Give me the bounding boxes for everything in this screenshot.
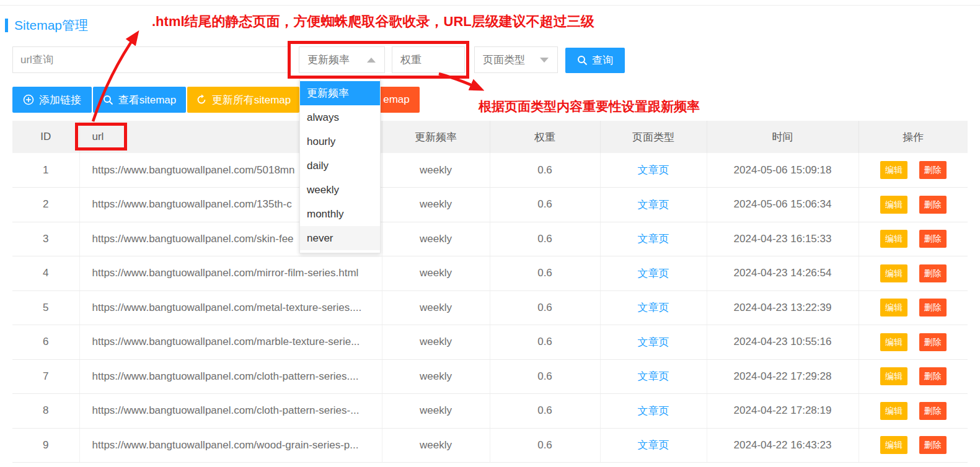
cell-actions: 编辑 删除 [859, 290, 968, 325]
search-bar: 更新频率 权重 页面类型 查询 [0, 46, 980, 73]
update-all-sitemap-button[interactable]: 更新所有sitemap [187, 87, 299, 113]
cell-page-type: 文章页 [600, 222, 707, 256]
dropdown-option[interactable]: always [300, 105, 380, 129]
page-type-link[interactable]: 文章页 [638, 405, 669, 417]
weight-select[interactable]: 权重 [392, 46, 465, 73]
page-title: Sitemap管理 [14, 17, 88, 34]
url-search-input[interactable] [12, 46, 288, 73]
cell-weight: 0.6 [490, 428, 600, 463]
cell-weight: 0.6 [490, 394, 600, 429]
cell-weight: 0.6 [490, 325, 600, 360]
edit-button[interactable]: 编辑 [880, 436, 907, 454]
delete-button[interactable]: 删除 [919, 264, 947, 282]
delete-button[interactable]: 删除 [919, 436, 947, 454]
dropdown-option[interactable]: monthly [300, 202, 380, 226]
page-type-select[interactable]: 页面类型 [474, 46, 558, 73]
refresh-icon [196, 94, 207, 105]
search-icon [103, 95, 113, 105]
dropdown-option[interactable]: hourly [300, 129, 380, 154]
cell-time: 2024-04-22 16:43:23 [707, 428, 859, 463]
edit-button[interactable]: 编辑 [880, 230, 907, 248]
edit-button[interactable]: 编辑 [880, 161, 907, 179]
dropdown-option[interactable]: 更新频率 [300, 81, 380, 105]
cell-id: 3 [12, 222, 79, 256]
delete-button[interactable]: 删除 [919, 299, 947, 316]
cell-frequency: weekly [382, 256, 490, 291]
update-frequency-select-label: 更新频率 [307, 53, 350, 67]
sitemap-table: ID url 更新频率 权重 页面类型 时间 操作 1 https://www.… [12, 121, 968, 463]
cell-actions: 编辑 删除 [859, 256, 968, 291]
update-all-sitemap-label: 更新所有sitemap [212, 93, 291, 107]
top-divider [0, 5, 980, 6]
cell-time: 2024-04-23 10:55:16 [707, 325, 859, 360]
cell-page-type: 文章页 [600, 359, 707, 394]
cell-page-type: 文章页 [600, 256, 707, 291]
dropdown-option[interactable]: weekly [300, 178, 380, 202]
query-button-label: 查询 [592, 53, 613, 68]
header-weight: 权重 [490, 121, 600, 153]
edit-button[interactable]: 编辑 [880, 299, 907, 316]
cell-id: 5 [12, 290, 79, 325]
cell-id: 2 [12, 188, 79, 222]
annotation-static-pages: .html结尾的静态页面，方便蜘蛛爬取谷歌收录，URL层级建议不超过三级 [152, 12, 594, 31]
header-page-type: 页面类型 [600, 121, 707, 153]
cell-id: 9 [12, 428, 79, 463]
cell-weight: 0.6 [490, 188, 600, 222]
cell-weight: 0.6 [490, 359, 600, 394]
edit-button[interactable]: 编辑 [880, 264, 907, 282]
update-frequency-select[interactable]: 更新频率 [299, 46, 385, 73]
table-row: 6 https://www.bangtuowallpanel.com/marbl… [12, 325, 968, 360]
chevron-up-icon [367, 58, 376, 63]
weight-select-label: 权重 [400, 53, 422, 67]
page-type-link[interactable]: 文章页 [638, 164, 669, 176]
cell-time: 2024-04-23 14:26:54 [707, 256, 859, 291]
delete-button[interactable]: 删除 [919, 196, 947, 214]
table-header-row: ID url 更新频率 权重 页面类型 时间 操作 [12, 121, 968, 153]
cell-page-type: 文章页 [600, 290, 707, 325]
delete-button[interactable]: 删除 [919, 161, 947, 179]
page-type-link[interactable]: 文章页 [638, 199, 669, 211]
add-link-button[interactable]: 添加链接 [12, 87, 92, 113]
edit-button[interactable]: 编辑 [880, 367, 907, 385]
delete-button[interactable]: 删除 [919, 230, 947, 248]
cell-time: 2024-04-23 16:15:33 [707, 222, 859, 256]
edit-button[interactable]: 编辑 [880, 333, 907, 351]
cell-page-type: 文章页 [600, 188, 707, 222]
delete-button[interactable]: 删除 [919, 333, 947, 351]
cell-frequency: weekly [382, 188, 490, 222]
partial-hidden-sitemap-label: emap [383, 94, 410, 106]
delete-button[interactable]: 删除 [919, 367, 947, 385]
page-title-block: Sitemap管理 [5, 17, 88, 34]
header-frequency: 更新频率 [382, 121, 490, 153]
dropdown-option[interactable]: never [300, 226, 380, 250]
cell-actions: 编辑 删除 [859, 325, 968, 360]
cell-frequency: weekly [382, 428, 490, 463]
page-type-link[interactable]: 文章页 [638, 302, 669, 313]
table-row: 7 https://www.bangtuowallpanel.com/cloth… [12, 359, 968, 394]
cell-weight: 0.6 [490, 256, 600, 291]
edit-button[interactable]: 编辑 [880, 196, 907, 214]
header-time: 时间 [707, 121, 859, 153]
page-type-link[interactable]: 文章页 [638, 370, 669, 382]
delete-button[interactable]: 删除 [919, 402, 947, 420]
cell-actions: 编辑 删除 [859, 153, 968, 188]
page-type-link[interactable]: 文章页 [638, 439, 669, 451]
cell-frequency: weekly [382, 222, 490, 256]
page-type-link[interactable]: 文章页 [638, 268, 669, 279]
edit-button[interactable]: 编辑 [880, 402, 907, 420]
cell-page-type: 文章页 [600, 153, 707, 188]
frequency-dropdown-panel: 更新频率alwayshourlydailyweeklymonthlynever [299, 78, 381, 253]
cell-url: https://www.bangtuowallpanel.com/cloth-p… [79, 359, 382, 394]
dropdown-option[interactable]: daily [300, 154, 380, 178]
cell-url: https://www.bangtuowallpanel.com/metal-t… [79, 290, 382, 325]
cell-actions: 编辑 删除 [859, 428, 968, 463]
cell-time: 2024-04-22 17:28:19 [707, 394, 859, 429]
page-type-select-label: 页面类型 [483, 53, 525, 67]
cell-time: 2024-05-06 15:09:18 [707, 153, 859, 188]
page-type-link[interactable]: 文章页 [638, 336, 669, 348]
cell-weight: 0.6 [490, 290, 600, 325]
view-sitemap-button[interactable]: 查看sitemap [93, 87, 186, 113]
query-button[interactable]: 查询 [565, 48, 625, 73]
page-type-link[interactable]: 文章页 [638, 233, 669, 245]
cell-frequency: weekly [382, 153, 490, 188]
